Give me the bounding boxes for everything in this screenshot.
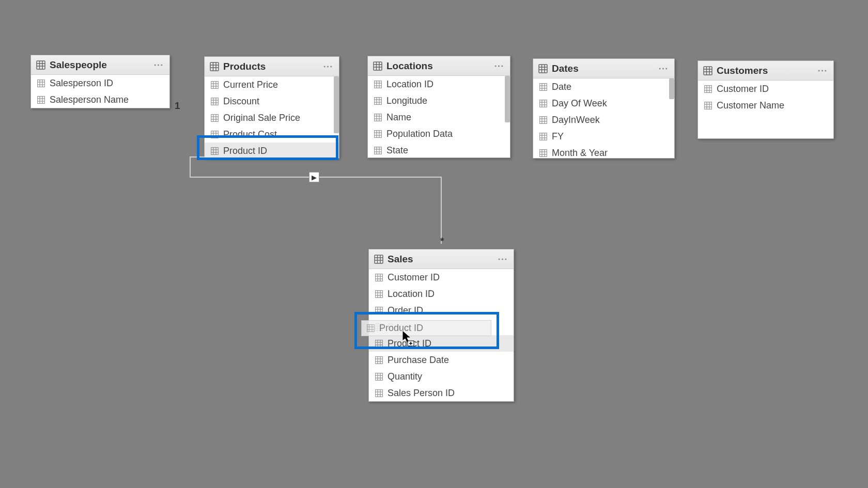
field-order-id[interactable]: Order ID	[369, 302, 514, 319]
field-icon	[375, 290, 383, 298]
cardinality-many: *	[440, 235, 444, 247]
field-salesperson-name[interactable]: Salesperson Name	[31, 91, 169, 108]
field-date[interactable]: Date	[533, 78, 674, 95]
field-original-sale-price[interactable]: Original Sale Price	[205, 109, 339, 126]
field-longitude[interactable]: Longitude	[368, 92, 510, 109]
drag-ghost-field: Product ID	[361, 320, 491, 336]
relationship-direction-arrow[interactable]: ▶	[309, 172, 319, 182]
field-day-in-week[interactable]: DayInWeek	[533, 112, 674, 128]
field-state[interactable]: State	[368, 142, 510, 158]
field-icon	[539, 149, 547, 157]
field-icon	[704, 85, 712, 93]
field-sales-person-id[interactable]: Sales Person ID	[369, 385, 514, 401]
field-icon	[37, 96, 45, 104]
field-customer-name[interactable]: Customer Name	[698, 97, 833, 114]
field-product-id[interactable]: Product ID	[205, 143, 339, 158]
table-title: Dates	[552, 63, 579, 74]
table-header-locations[interactable]: Locations ⋯	[368, 56, 510, 76]
table-locations[interactable]: Locations ⋯ Location ID Longitude Name P…	[367, 56, 510, 158]
field-name[interactable]: Name	[368, 109, 510, 125]
table-icon	[538, 64, 548, 73]
field-icon	[375, 307, 383, 314]
field-icon	[211, 98, 219, 105]
table-menu-button[interactable]: ⋯	[153, 59, 164, 71]
table-dates[interactable]: Dates ⋯ Date Day Of Week DayInWeek FY Mo…	[533, 58, 675, 159]
field-icon	[367, 324, 375, 332]
field-quantity[interactable]: Quantity	[369, 368, 514, 385]
field-location-id[interactable]: Location ID	[368, 76, 510, 92]
table-title: Products	[223, 61, 266, 72]
table-icon	[373, 61, 382, 71]
table-salespeople[interactable]: Salespeople ⋯ Salesperson ID Salesperson…	[30, 55, 170, 108]
field-icon	[539, 116, 547, 124]
scrollbar[interactable]	[334, 76, 339, 133]
field-icon	[374, 81, 382, 88]
field-icon	[375, 340, 383, 348]
model-canvas[interactable]: 1 * ▶ Salespeople ⋯ Salesperson ID Sales…	[0, 0, 868, 488]
scrollbar[interactable]	[505, 76, 510, 122]
field-customer-id[interactable]: Customer ID	[698, 81, 833, 97]
field-month-year[interactable]: Month & Year	[533, 145, 674, 158]
field-icon	[375, 373, 383, 381]
field-icon	[375, 389, 383, 397]
table-icon	[703, 66, 712, 75]
field-icon	[374, 147, 382, 154]
field-icon	[211, 81, 219, 89]
field-fy[interactable]: FY	[533, 128, 674, 145]
field-salesperson-id[interactable]: Salesperson ID	[31, 75, 169, 91]
field-icon	[539, 83, 547, 91]
field-icon	[539, 100, 547, 107]
field-population-data[interactable]: Population Data	[368, 125, 510, 142]
table-title: Locations	[386, 60, 433, 72]
table-title: Sales	[388, 254, 413, 265]
field-location-id[interactable]: Location ID	[369, 286, 514, 302]
field-icon	[375, 356, 383, 364]
field-icon	[374, 97, 382, 105]
field-icon	[374, 114, 382, 121]
table-menu-button[interactable]: ⋯	[323, 60, 334, 72]
table-menu-button[interactable]: ⋯	[498, 253, 508, 265]
field-product-id[interactable]: Product ID	[369, 335, 514, 352]
field-icon	[374, 130, 382, 138]
table-products[interactable]: Products ⋯ Current Price Discount Origin…	[204, 56, 339, 159]
table-icon	[374, 255, 383, 264]
table-menu-button[interactable]: ⋯	[817, 65, 828, 76]
field-customer-id[interactable]: Customer ID	[369, 269, 514, 286]
field-product-cost[interactable]: Product Cost	[205, 126, 339, 143]
field-icon	[211, 114, 219, 122]
table-title: Customers	[717, 65, 768, 76]
table-header-customers[interactable]: Customers ⋯	[698, 61, 833, 81]
table-menu-button[interactable]: ⋯	[658, 62, 669, 74]
table-header-salespeople[interactable]: Salespeople ⋯	[31, 55, 169, 75]
table-header-sales[interactable]: Sales ⋯	[369, 249, 514, 269]
field-icon	[375, 274, 383, 281]
table-icon	[210, 62, 219, 71]
table-title: Salespeople	[50, 59, 107, 71]
field-discount[interactable]: Discount	[205, 93, 339, 109]
table-icon	[36, 60, 45, 70]
field-icon	[211, 131, 219, 138]
field-icon	[704, 102, 712, 109]
table-header-dates[interactable]: Dates ⋯	[533, 59, 674, 78]
field-icon	[211, 147, 219, 155]
field-day-of-week[interactable]: Day Of Week	[533, 95, 674, 112]
cardinality-one: 1	[175, 100, 180, 112]
field-current-price[interactable]: Current Price	[205, 76, 339, 93]
table-menu-button[interactable]: ⋯	[494, 60, 505, 72]
field-icon	[37, 80, 45, 87]
field-purchase-date[interactable]: Purchase Date	[369, 352, 514, 368]
scrollbar[interactable]	[669, 78, 674, 99]
field-icon	[539, 133, 547, 140]
table-customers[interactable]: Customers ⋯ Customer ID Customer Name	[698, 60, 834, 139]
table-header-products[interactable]: Products ⋯	[205, 57, 339, 76]
